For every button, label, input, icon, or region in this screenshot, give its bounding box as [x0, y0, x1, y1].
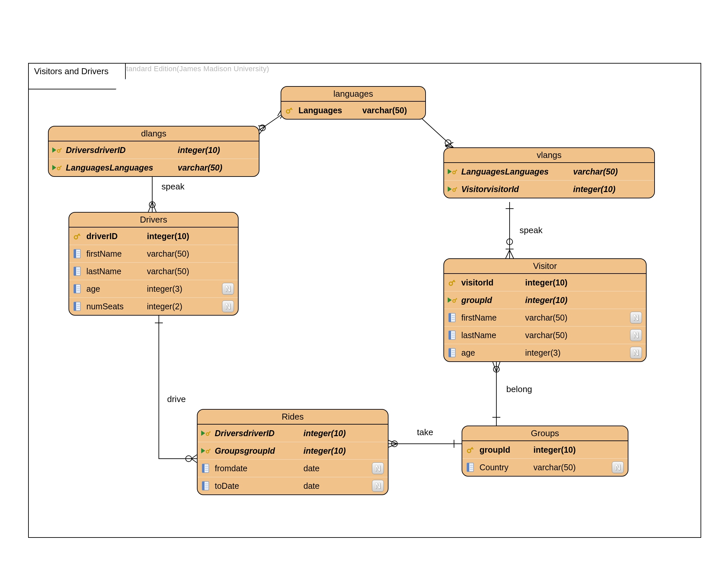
column-row[interactable]: numSeatsinteger(2)N [69, 298, 238, 315]
column-row[interactable]: firstNamevarchar(50)N [444, 309, 646, 327]
column-type: integer(10) [525, 296, 568, 305]
column-row[interactable]: firstNamevarchar(50) [69, 245, 238, 262]
column-row[interactable]: ageinteger(3)N [444, 344, 646, 361]
column-name: LanguagesLanguages [461, 167, 567, 176]
svg-rect-85 [202, 482, 205, 490]
column-name: age [86, 284, 141, 294]
column-row[interactable]: DriversdriverIDinteger(10) [49, 141, 259, 159]
column-name: firstName [461, 313, 519, 323]
column-name: GroupsgroupId [215, 446, 297, 456]
nullable-badge: N [222, 301, 234, 312]
entity-rows: visitorIdinteger(10)groupIdinteger(10)fi… [444, 274, 646, 361]
entity-rows: groupIdinteger(10)Countryvarchar(50)N [462, 441, 628, 476]
column-name: lastName [86, 266, 141, 276]
svg-rect-93 [467, 463, 469, 472]
entity-title: Drivers [69, 212, 238, 227]
column-name: LanguagesLanguages [66, 163, 172, 172]
rel-label-take: take [417, 427, 433, 438]
nullable-badge: N [372, 480, 384, 492]
nullable-badge: N [630, 347, 642, 359]
entity-visitor[interactable]: Visitor visitorIdinteger(10)groupIdinteg… [443, 258, 647, 362]
nullable-badge: N [630, 329, 642, 341]
column-row[interactable]: toDatedateN [198, 477, 388, 494]
primary-key-icon [284, 105, 295, 116]
column-row[interactable]: groupIdinteger(10) [444, 292, 646, 309]
column-row[interactable]: LanguagesLanguagesvarchar(50) [49, 159, 259, 176]
column-name: DriversdriverID [215, 429, 297, 438]
column-row[interactable]: visitorIdinteger(10) [444, 274, 646, 292]
column-row[interactable]: DriversdriverIDinteger(10) [198, 425, 388, 442]
column-type: integer(10) [573, 184, 615, 194]
foreign-key-icon [447, 184, 457, 194]
svg-marker-22 [448, 186, 452, 192]
foreign-key-icon [51, 145, 62, 155]
column-type: varchar(50) [525, 331, 568, 340]
entity-dlangs[interactable]: dlangs DriversdriverIDinteger(10)Languag… [48, 126, 259, 177]
entity-rows: driverIDinteger(10)firstNamevarchar(50)l… [69, 227, 238, 315]
column-name: age [461, 348, 519, 358]
entity-rows: LanguagesLanguagesvarchar(50)Visitorvisi… [444, 163, 654, 198]
frame-title: Visitors and Drivers [28, 63, 126, 89]
column-row[interactable]: Languagesvarchar(50) [281, 102, 425, 119]
column-type: varchar(50) [178, 163, 222, 172]
entity-title: languages [281, 87, 425, 102]
column-name: Country [479, 463, 527, 472]
column-name: toDate [215, 481, 297, 491]
column-row[interactable]: GroupsgroupIdinteger(10) [198, 442, 388, 460]
column-icon [447, 348, 457, 358]
foreign-key-icon [200, 428, 211, 439]
column-type: integer(10) [303, 446, 346, 456]
svg-rect-35 [74, 267, 76, 275]
entity-rides[interactable]: Rides DriversdriverIDinteger(10)Groupsgr… [197, 409, 388, 495]
entity-title: Groups [462, 426, 628, 441]
diagram-canvas: Visual Paradigm for UML Standard Edition… [20, 20, 708, 543]
entity-vlangs[interactable]: vlangs LanguagesLanguagesvarchar(50)Visi… [443, 147, 655, 198]
entity-title: dlangs [49, 126, 259, 141]
column-type: integer(10) [525, 278, 568, 288]
svg-marker-52 [448, 298, 452, 303]
svg-marker-75 [201, 448, 205, 453]
column-name: VisitorvisitorId [461, 184, 567, 194]
column-type: varchar(50) [147, 266, 189, 276]
nullable-badge: N [222, 283, 234, 295]
column-icon [447, 312, 457, 323]
column-row[interactable]: lastNamevarchar(50) [69, 262, 238, 280]
column-row[interactable]: VisitorvisitorIdinteger(10) [444, 180, 654, 198]
entity-groups[interactable]: Groups groupIdinteger(10)Countryvarchar(… [462, 426, 628, 477]
column-name: groupId [479, 445, 527, 455]
column-row[interactable]: groupIdinteger(10) [462, 441, 628, 459]
column-row[interactable]: ageinteger(3)N [69, 280, 238, 298]
column-row[interactable]: driverIDinteger(10) [69, 227, 238, 245]
entity-languages[interactable]: languages Languagesvarchar(50) [281, 86, 426, 119]
entity-drivers[interactable]: Drivers driverIDinteger(10)firstNamevarc… [68, 212, 239, 316]
column-row[interactable]: Countryvarchar(50)N [462, 459, 628, 476]
column-type: integer(10) [533, 445, 576, 455]
column-row[interactable]: fromdatedateN [198, 460, 388, 477]
column-type: integer(2) [147, 302, 182, 311]
column-icon [72, 284, 82, 294]
column-type: integer(10) [147, 231, 189, 241]
column-row[interactable]: LanguagesLanguagesvarchar(50) [444, 163, 654, 180]
column-name: driverID [86, 231, 141, 241]
column-row[interactable]: lastNamevarchar(50)N [444, 327, 646, 344]
column-type: varchar(50) [525, 313, 568, 323]
column-type: varchar(50) [533, 463, 576, 472]
column-icon [72, 248, 82, 259]
primary-key-icon [447, 277, 457, 288]
entity-rows: Languagesvarchar(50) [281, 102, 425, 119]
svg-rect-40 [74, 285, 76, 293]
column-type: date [303, 464, 320, 473]
column-name: groupId [461, 296, 519, 305]
column-type: varchar(50) [573, 167, 618, 176]
svg-rect-30 [74, 249, 76, 258]
entity-title: Rides [198, 410, 388, 425]
column-type: integer(3) [147, 284, 182, 294]
entity-rows: DriversdriverIDinteger(10)LanguagesLangu… [49, 141, 259, 176]
svg-rect-67 [449, 349, 451, 357]
rel-label-belong: belong [506, 384, 532, 395]
column-name: visitorId [461, 278, 519, 288]
svg-marker-10 [52, 147, 56, 153]
nullable-badge: N [372, 462, 384, 474]
column-name: Languages [298, 106, 356, 115]
svg-rect-45 [74, 302, 76, 311]
